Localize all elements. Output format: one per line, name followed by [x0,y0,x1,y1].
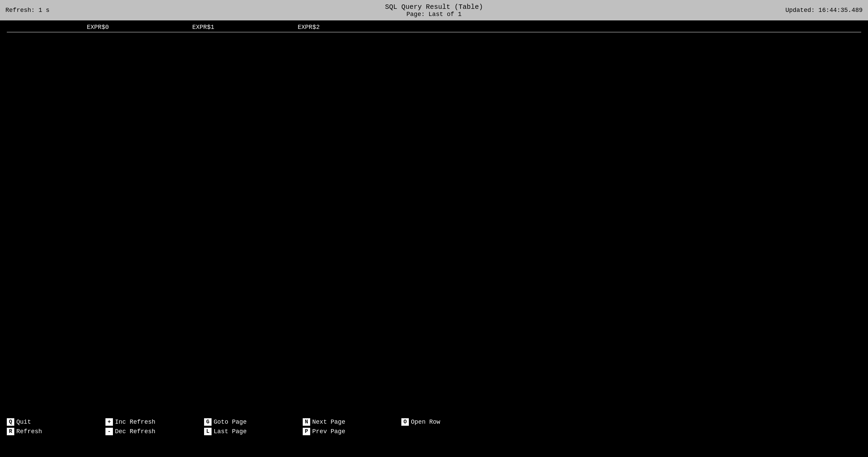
key-badge-3-1: P [303,428,310,435]
footer-item-4-0[interactable]: OOpen Row [401,418,500,426]
key-label-1-0: Inc Refresh [115,419,155,425]
key-badge-3-0: N [303,418,310,426]
refresh-status: Refresh: 1 s [5,7,107,14]
footer-item-2-0[interactable]: GGoto Page [204,418,303,426]
key-badge-2-1: L [204,428,212,435]
column-headers: EXPR$0 EXPR$1 EXPR$2 [7,24,861,32]
key-label-2-0: Goto Page [214,419,247,425]
footer-group-1: +Inc Refresh-Dec Refresh [105,418,204,435]
column-header-2: EXPR$2 [218,24,323,31]
table-area: EXPR$0 EXPR$1 EXPR$2 [0,20,868,413]
footer-item-3-1[interactable]: PPrev Page [303,428,401,435]
key-label-2-1: Last Page [214,428,247,435]
key-badge-0-0: Q [7,418,14,426]
key-label-3-0: Next Page [312,419,345,425]
footer-group-3: NNext PagePPrev Page [303,418,401,435]
key-label-3-1: Prev Page [312,428,345,435]
footer-item-1-1[interactable]: -Dec Refresh [105,428,204,435]
updated-status: Updated: 16:44:35.489 [761,7,863,14]
footer-item-1-0[interactable]: +Inc Refresh [105,418,204,426]
key-badge-4-0: O [401,418,409,426]
title-main: SQL Query Result (Table) [107,3,761,11]
header-bar: Refresh: 1 s SQL Query Result (Table) Pa… [0,0,868,20]
key-label-0-1: Refresh [16,428,42,435]
key-label-0-0: Quit [16,419,31,425]
key-label-4-0: Open Row [411,419,440,425]
header-title: SQL Query Result (Table) Page: Last of 1 [107,3,761,18]
footer-item-0-0[interactable]: QQuit [7,418,105,426]
footer-bar: QQuitRRefresh+Inc Refresh-Dec RefreshGGo… [0,413,868,457]
key-badge-1-0: + [105,418,113,426]
key-badge-0-1: R [7,428,14,435]
footer-item-3-0[interactable]: NNext Page [303,418,401,426]
key-badge-1-1: - [105,428,113,435]
footer-group-0: QQuitRRefresh [7,418,105,435]
footer-item-2-1[interactable]: LLast Page [204,428,303,435]
footer-item-0-1[interactable]: RRefresh [7,428,105,435]
key-label-1-1: Dec Refresh [115,428,155,435]
key-badge-2-0: G [204,418,212,426]
column-header-1: EXPR$1 [112,24,218,31]
column-header-0: EXPR$0 [7,24,112,31]
footer-group-2: GGoto PageLLast Page [204,418,303,435]
footer-group-4: OOpen Row [401,418,500,426]
page-info: Page: Last of 1 [107,11,761,18]
